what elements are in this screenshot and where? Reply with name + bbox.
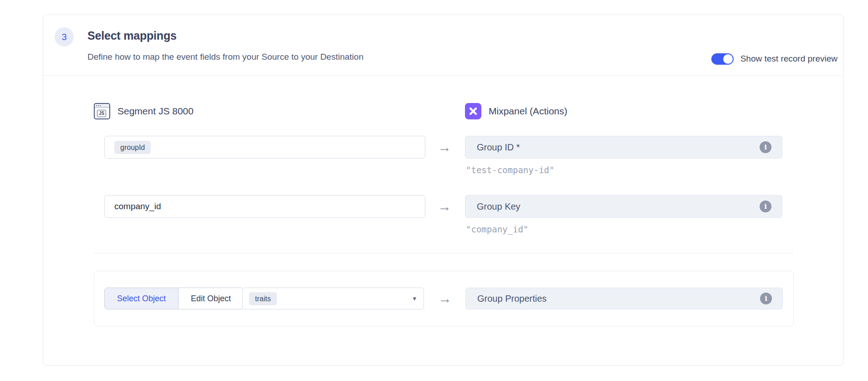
- test-preview-value: "company_id": [466, 224, 528, 234]
- test-record-preview-toggle[interactable]: [711, 53, 734, 65]
- toggle-row: Show test record preview: [711, 53, 837, 65]
- destination-field[interactable]: Group Properties i: [465, 288, 783, 309]
- source-field-chip[interactable]: groupId: [114, 141, 151, 154]
- mixpanel-icon: [465, 103, 481, 119]
- section-title: Select mappings: [87, 29, 177, 42]
- destination-name: Mixpanel (Actions): [489, 106, 567, 117]
- object-mode-segmented-control: Select Object Edit Object: [104, 288, 244, 309]
- source-field-input[interactable]: groupId: [104, 136, 425, 159]
- destination-column-header: Mixpanel (Actions): [465, 103, 567, 119]
- toggle-label: Show test record preview: [740, 54, 837, 64]
- destination-field[interactable]: Group ID * i: [465, 136, 782, 159]
- arrow-right-icon: →: [434, 195, 455, 218]
- section-divider: [94, 253, 794, 253]
- object-source-chip: traits: [249, 292, 277, 305]
- select-mappings-card: 3 Select mappings Define how to map the …: [43, 15, 844, 366]
- destination-field-label: Group Properties: [477, 293, 546, 304]
- object-mapping-box: Select Object Edit Object traits ▾ → Gro…: [94, 271, 794, 326]
- info-icon[interactable]: i: [760, 293, 772, 304]
- info-icon[interactable]: i: [760, 141, 771, 153]
- source-field-input[interactable]: company_id: [104, 195, 425, 218]
- source-name: Segment JS 8000: [117, 106, 194, 117]
- select-object-button[interactable]: Select Object: [105, 288, 179, 309]
- arrow-right-icon: →: [434, 136, 455, 159]
- destination-field[interactable]: Group Key i: [465, 195, 782, 218]
- arrow-right-icon: →: [434, 288, 455, 309]
- info-icon[interactable]: i: [760, 201, 771, 212]
- step-number-badge: 3: [55, 27, 74, 46]
- toggle-knob: [723, 54, 733, 64]
- caret-down-icon: ▾: [413, 294, 416, 303]
- test-preview-value: "test-company-id": [466, 165, 554, 175]
- object-source-dropdown[interactable]: traits ▾: [242, 288, 424, 309]
- source-field-text: company_id: [114, 201, 161, 211]
- page: 3 Select mappings Define how to map the …: [0, 0, 868, 381]
- edit-object-button[interactable]: Edit Object: [179, 288, 243, 309]
- section-subtitle: Define how to map the event fields from …: [87, 52, 363, 62]
- source-column-header: JS Segment JS 8000: [94, 103, 194, 119]
- javascript-source-icon: JS: [94, 103, 110, 119]
- destination-field-label: Group ID *: [477, 142, 520, 153]
- destination-field-label: Group Key: [477, 201, 521, 212]
- card-header: 3 Select mappings Define how to map the …: [43, 15, 843, 76]
